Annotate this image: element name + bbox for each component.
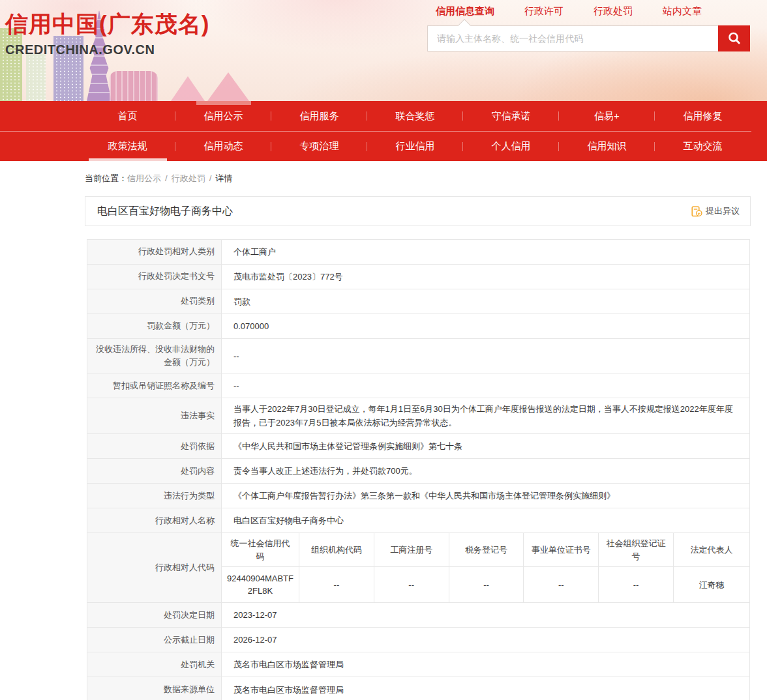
- nav-item-policies[interactable]: 政策法规: [80, 132, 175, 161]
- breadcrumb-admin-penalty[interactable]: 行政处罚: [172, 173, 205, 183]
- table-row: 行政相对人名称 电白区百宝好物电子商务中心: [87, 508, 749, 533]
- penalty-detail-table: 行政处罚相对人类别 个体工商户 行政处罚决定书文号 茂电市监处罚〔2023〕77…: [87, 239, 750, 700]
- row-value: 0.070000: [222, 314, 749, 338]
- table-row: 处罚依据 《中华人民共和国市场主体登记管理条例实施细则》第七十条: [87, 434, 749, 459]
- search-button[interactable]: [718, 25, 750, 51]
- nav-item-personal-credit[interactable]: 个人信用: [463, 132, 559, 161]
- row-label: 违法行为类型: [87, 484, 222, 508]
- row-label: 没收违法所得、没收非法财物的金额（万元）: [87, 339, 222, 373]
- code-col-value: --: [299, 567, 374, 602]
- search-box: [427, 25, 750, 51]
- code-col-value: --: [449, 567, 524, 602]
- quick-nav: 信用信息查询 行政许可 行政处罚 站内文章: [427, 5, 750, 18]
- raise-objection-label: 提出异议: [706, 205, 740, 217]
- row-label: 违法事实: [87, 398, 222, 433]
- table-row: 处罚内容 责令当事人改正上述违法行为，并处罚款700元。: [87, 459, 749, 484]
- city-building-pale: [26, 54, 46, 101]
- main-nav-row-2: 政策法规 信用动态 专项治理 行业信用 个人信用 信用知识 互动交流: [0, 131, 751, 161]
- active-tab-indicator: [196, 101, 251, 105]
- breadcrumb: 当前位置：信用公示/行政处罚/详情: [85, 173, 767, 184]
- raise-objection-button[interactable]: 提出异议: [691, 205, 740, 217]
- table-row: 处罚机关 茂名市电白区市场监督管理局: [87, 652, 749, 677]
- site-header: 信用中国(广东茂名) CREDITCHINA.GOV.CN 信用信息查询 行政许…: [0, 0, 767, 101]
- breadcrumb-current: 详情: [215, 173, 232, 183]
- quick-nav-admin-penalty[interactable]: 行政处罚: [594, 5, 633, 18]
- row-value: 罚款: [222, 289, 749, 314]
- table-row-entity-codes: 行政相对人代码 统一社会信用代码 组织机构代码 工商注册号 税务登记号 事业单位…: [87, 533, 749, 603]
- row-label: 暂扣或吊销证照名称及编号: [87, 373, 222, 398]
- nav-item-interaction[interactable]: 互动交流: [655, 132, 751, 161]
- magnifier-icon: [727, 31, 742, 46]
- code-col-header: 事业单位证书号: [523, 533, 598, 567]
- row-label: 处罚依据: [87, 434, 222, 458]
- logo-title: 信用中国(广东茂名): [5, 9, 209, 40]
- table-row: 处罚决定日期 2023-12-07: [87, 603, 749, 628]
- code-col-header: 统一社会信用代码: [222, 533, 299, 567]
- nav-item-credit-repair[interactable]: 信用修复: [655, 101, 751, 131]
- code-col-header: 法定代表人: [673, 533, 749, 567]
- quick-nav-site-articles[interactable]: 站内文章: [663, 5, 702, 18]
- row-label: 处罚类别: [87, 289, 222, 314]
- row-value: 茂电市监处罚〔2023〕772号: [222, 265, 749, 289]
- nav-item-special-governance[interactable]: 专项治理: [271, 132, 367, 161]
- bridge-illustration: [207, 72, 249, 101]
- search-input[interactable]: [427, 25, 718, 51]
- exhibition-hall-illustration: [110, 71, 158, 101]
- code-col-value: --: [523, 567, 598, 602]
- hover-tab-indicator: [89, 158, 167, 161]
- nav-item-home[interactable]: 首页: [80, 101, 175, 131]
- quick-nav-admin-license[interactable]: 行政许可: [524, 5, 564, 18]
- row-label: 处罚决定日期: [87, 603, 222, 627]
- row-label: 行政处罚决定书文号: [87, 265, 222, 289]
- table-row: 公示截止日期 2026-12-07: [87, 628, 749, 652]
- row-value: 责令当事人改正上述违法行为，并处罚款700元。: [222, 459, 749, 483]
- site-logo: 信用中国(广东茂名) CREDITCHINA.GOV.CN: [5, 9, 209, 57]
- main-nav: 首页 信用公示 信用服务 联合奖惩 守信承诺 信易+ 信用修复 政策法规 信用动…: [0, 101, 767, 161]
- table-row: 暂扣或吊销证照名称及编号 --: [87, 373, 749, 398]
- code-col-header: 组织机构代码: [299, 533, 374, 567]
- table-row: 行政处罚相对人类别 个体工商户: [87, 240, 749, 265]
- nav-item-credit-knowledge[interactable]: 信用知识: [559, 132, 655, 161]
- table-row: 违法事实 当事人于2022年7月30日登记成立，每年1月1日至6月30日为个体工…: [87, 398, 749, 434]
- row-value: 茂名市电白区市场监督管理局: [222, 677, 749, 700]
- row-value: --: [222, 373, 749, 398]
- page-title: 电白区百宝好物电子商务中心: [97, 205, 233, 218]
- row-value: 2026-12-07: [222, 628, 749, 652]
- row-label: 行政相对人代码: [87, 533, 222, 602]
- table-row: 处罚类别 罚款: [87, 289, 749, 314]
- row-value: 电白区百宝好物电子商务中心: [222, 508, 749, 532]
- row-value: 《中华人民共和国市场主体登记管理条例实施细则》第七十条: [222, 434, 749, 458]
- bridge-illustration: [171, 76, 205, 101]
- table-row: 没收违法所得、没收非法财物的金额（万元） --: [87, 339, 749, 373]
- code-col-value: 92440904MABTF2FL8K: [222, 567, 299, 602]
- document-edit-icon: [691, 206, 702, 217]
- breadcrumb-credit-disclosure[interactable]: 信用公示: [127, 173, 161, 183]
- code-col-value: --: [598, 567, 673, 602]
- nav-item-trust-commitment[interactable]: 守信承诺: [463, 101, 559, 131]
- row-label: 行政处罚相对人类别: [87, 240, 222, 264]
- entity-title-card: 电白区百宝好物电子商务中心 提出异议: [85, 196, 751, 226]
- code-col-header: 工商注册号: [374, 533, 449, 567]
- code-col-header: 社会组织登记证号: [598, 533, 673, 567]
- nav-item-credit-services[interactable]: 信用服务: [271, 101, 367, 131]
- nav-item-industry-credit[interactable]: 行业信用: [367, 132, 463, 161]
- table-row: 数据来源单位 茂名市电白区市场监督管理局: [87, 677, 749, 700]
- table-row: 罚款金额（万元） 0.070000: [87, 314, 749, 339]
- main-nav-row-1: 首页 信用公示 信用服务 联合奖惩 守信承诺 信易+ 信用修复: [0, 101, 751, 131]
- row-value: --: [222, 339, 749, 373]
- quick-nav-credit-info-query[interactable]: 信用信息查询: [436, 5, 494, 18]
- code-col-value: 江奇穗: [673, 567, 749, 602]
- nav-item-credit-news[interactable]: 信用动态: [175, 132, 271, 161]
- row-label: 公示截止日期: [87, 628, 222, 652]
- code-col-value: --: [374, 567, 449, 602]
- breadcrumb-prefix: 当前位置：: [85, 173, 127, 183]
- row-value: 统一社会信用代码 组织机构代码 工商注册号 税务登记号 事业单位证书号 社会组织…: [222, 533, 749, 602]
- row-value: 茂名市电白区市场监督管理局: [222, 652, 749, 677]
- nav-item-credit-disclosure[interactable]: 信用公示: [175, 101, 271, 131]
- code-col-header: 税务登记号: [449, 533, 524, 567]
- row-value: 《个体工商户年度报告暂行办法》第三条第一款和《中华人民共和国市场主体登记管理条例…: [222, 484, 749, 508]
- row-value: 2023-12-07: [222, 603, 749, 627]
- nav-item-joint-rewards[interactable]: 联合奖惩: [367, 101, 463, 131]
- nav-item-xinyi-plus[interactable]: 信易+: [559, 101, 655, 131]
- row-label: 罚款金额（万元）: [87, 314, 222, 338]
